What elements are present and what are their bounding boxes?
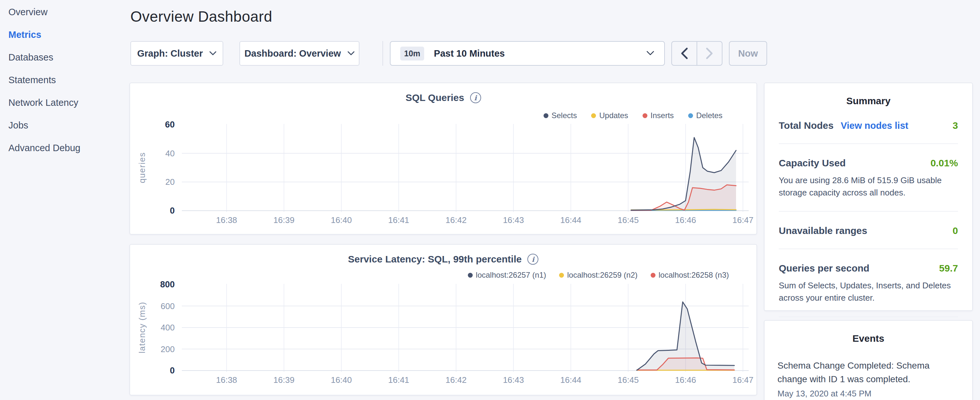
prev-time-button[interactable]: [672, 42, 697, 65]
x-tick-label: 16:39: [274, 375, 294, 385]
x-tick-label: 16:40: [331, 375, 352, 385]
x-tick-label: 16:46: [675, 215, 696, 225]
x-tick-label: 16:38: [216, 215, 237, 225]
summary-panel: Summary Total NodesView nodes list3Capac…: [764, 83, 973, 311]
chevron-down-icon: [347, 51, 355, 56]
x-tick-label: 16:44: [560, 375, 581, 385]
x-tick-label: 16:41: [388, 215, 409, 225]
x-tick-label: 16:42: [445, 215, 466, 225]
time-step-buttons: [671, 41, 722, 66]
summary-row-value: 59.7: [939, 263, 958, 274]
x-tick-label: 16:39: [274, 215, 294, 225]
x-tick-label: 16:45: [618, 375, 639, 385]
app-root: OverviewMetricsDatabasesStatementsNetwor…: [0, 0, 980, 400]
y-axis-title: latency (ms): [137, 302, 147, 354]
y-tick-label: 40: [165, 148, 175, 158]
chevron-right-icon: [705, 47, 714, 59]
chart-plot-area: 16:3816:3916:4016:4116:4216:4316:4416:45…: [130, 276, 758, 390]
summary-row-value: 0.01%: [931, 158, 958, 169]
y-tick-label: 60: [165, 120, 175, 129]
y-tick-label: 0: [170, 206, 175, 215]
x-tick-label: 16:44: [560, 215, 581, 225]
event-message[interactable]: Schema Change Completed: Schema change w…: [778, 359, 959, 386]
summary-row-label: Capacity Used: [779, 158, 846, 169]
summary-row-value: 3: [953, 120, 958, 131]
x-tick-label: 16:43: [503, 375, 524, 385]
chart-plot-area: 16:3816:3916:4016:4116:4216:4316:4416:45…: [130, 116, 758, 230]
chevron-down-icon: [209, 51, 216, 56]
summary-row-label: Total Nodes: [779, 120, 834, 131]
x-tick-label: 16:47: [732, 375, 754, 385]
x-tick-label: 16:47: [732, 215, 754, 225]
summary-title: Summary: [779, 96, 958, 107]
y-tick-label: 0: [170, 366, 175, 375]
summary-row-unavailable-ranges: Unavailable ranges0: [779, 225, 958, 236]
y-tick-label: 200: [161, 344, 175, 354]
chevron-left-icon: [680, 47, 689, 59]
sidebar: OverviewMetricsDatabasesStatementsNetwor…: [0, 0, 129, 159]
event-timestamp: May 13, 2020 at 4:45 PM: [778, 389, 959, 399]
sidebar-item-statements[interactable]: Statements: [0, 69, 129, 91]
events-title: Events: [778, 333, 959, 344]
sidebar-item-jobs[interactable]: Jobs: [0, 114, 129, 137]
y-tick-label: 400: [161, 323, 175, 332]
graph-dropdown[interactable]: Graph: Cluster: [130, 41, 223, 66]
toolbar-divider: [382, 41, 383, 66]
info-icon[interactable]: i: [527, 254, 538, 265]
summary-row-label: Unavailable ranges: [779, 225, 867, 236]
sidebar-item-advanced-debug[interactable]: Advanced Debug: [0, 137, 129, 159]
summary-row-description: You are using 28.6 MiB of 515.9 GiB usab…: [779, 174, 958, 199]
y-tick-label: 600: [161, 301, 175, 311]
summary-divider: [779, 211, 958, 212]
summary-row-value: 0: [953, 225, 958, 236]
service-latency-chart-card: Service Latency: SQL, 99th percentile i …: [129, 244, 757, 395]
y-axis-title: queries: [137, 152, 147, 183]
y-tick-label: 20: [165, 177, 175, 187]
time-window-label: Past 10 Minutes: [434, 48, 505, 59]
summary-row-total-nodes: Total NodesView nodes list3: [779, 120, 958, 131]
x-tick-label: 16:46: [675, 375, 696, 385]
series-fill-localhost-26257-n1: [637, 302, 734, 371]
x-tick-label: 16:45: [618, 215, 639, 225]
chart-canvas: 16:3816:3916:4016:4116:4216:4316:4416:45…: [130, 116, 758, 229]
graph-dropdown-label: Graph: Cluster: [137, 48, 203, 59]
view-nodes-list-link[interactable]: View nodes list: [840, 120, 908, 131]
chart-canvas: 16:3816:3916:4016:4116:4216:4316:4416:45…: [130, 276, 758, 389]
summary-row-label: Queries per second: [779, 263, 869, 274]
next-time-button[interactable]: [697, 42, 722, 65]
y-tick-label: 800: [160, 280, 175, 289]
dashboard-dropdown-label: Dashboard: Overview: [244, 48, 341, 59]
sidebar-item-overview[interactable]: Overview: [0, 1, 129, 23]
time-range-dropdown[interactable]: 10m Past 10 Minutes: [390, 41, 665, 66]
chevron-down-icon: [646, 51, 654, 56]
x-tick-label: 16:38: [216, 375, 237, 385]
dashboard-dropdown[interactable]: Dashboard: Overview: [239, 41, 360, 66]
time-window-badge: 10m: [400, 46, 424, 61]
events-list: Schema Change Completed: Schema change w…: [778, 359, 959, 399]
x-tick-label: 16:42: [445, 375, 466, 385]
summary-divider: [779, 143, 958, 144]
summary-divider: [779, 317, 958, 317]
sql-queries-chart-card: SQL Queries i SelectsUpdatesInsertsDelet…: [129, 83, 757, 234]
info-icon[interactable]: i: [470, 92, 481, 103]
events-panel: Events Schema Change Completed: Schema c…: [764, 320, 973, 400]
x-tick-label: 16:43: [503, 215, 524, 225]
x-tick-label: 16:40: [331, 215, 352, 225]
chart-title: SQL Queries: [406, 92, 464, 103]
page-title: Overview Dashboard: [130, 8, 272, 25]
x-tick-label: 16:41: [388, 375, 409, 385]
now-button[interactable]: Now: [729, 41, 767, 66]
series-fill-selects: [631, 137, 736, 211]
summary-divider: [779, 249, 958, 249]
summary-row-description: Sum of Selects, Updates, Inserts, and De…: [779, 280, 958, 304]
sidebar-item-network-latency[interactable]: Network Latency: [0, 91, 129, 114]
chart-title: Service Latency: SQL, 99th percentile: [348, 254, 522, 265]
sidebar-item-metrics[interactable]: Metrics: [0, 23, 129, 46]
summary-row-capacity-used: Capacity Used0.01%You are using 28.6 MiB…: [779, 158, 958, 199]
summary-row-queries-per-second: Queries per second59.7Sum of Selects, Up…: [779, 263, 958, 304]
summary-rows: Total NodesView nodes list3Capacity Used…: [779, 120, 958, 342]
sidebar-item-databases[interactable]: Databases: [0, 46, 129, 69]
